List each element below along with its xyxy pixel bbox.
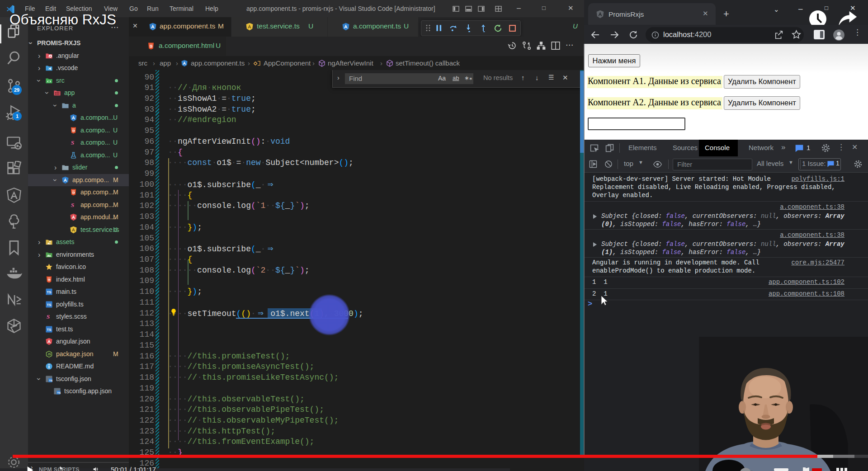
svg-text:TS: TS xyxy=(47,328,52,332)
svg-text:TS: TS xyxy=(47,290,52,294)
svg-text:TS: TS xyxy=(47,303,52,307)
svg-text:TS: TS xyxy=(49,379,53,382)
svg-text:S: S xyxy=(47,313,50,320)
svg-text:S: S xyxy=(71,139,74,146)
svg-text:S: S xyxy=(71,202,74,208)
svg-text:TS: TS xyxy=(57,391,61,394)
svg-text:JS: JS xyxy=(47,353,51,356)
